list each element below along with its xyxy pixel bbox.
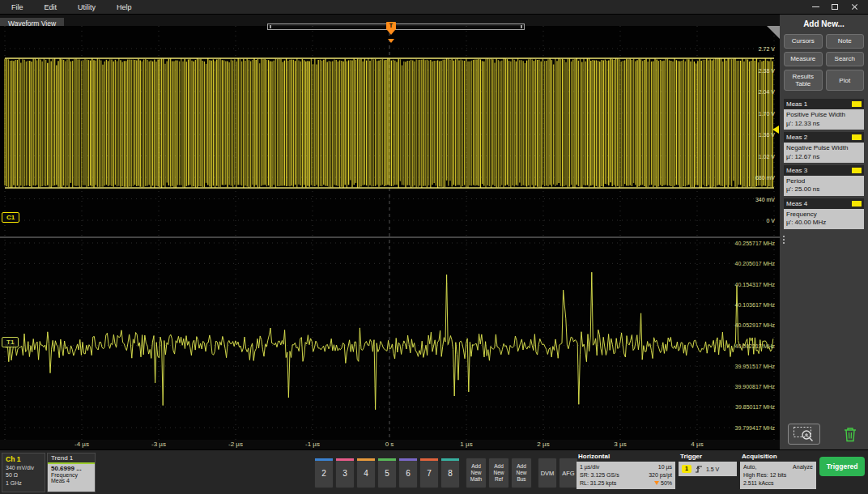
x-axis-label: -3 µs — [151, 441, 166, 448]
menu-file[interactable]: File — [11, 3, 23, 11]
trigger-position-marker[interactable]: T — [386, 22, 396, 35]
source-color-chip — [852, 168, 862, 173]
trigger-status-badge[interactable]: Triggered — [819, 457, 865, 476]
trend-axis-label: 39.850117 MHz — [735, 404, 775, 410]
add-ref-line1: Add — [494, 463, 504, 470]
measurement-label: Period — [786, 177, 862, 185]
draw-a-box-zoom-button[interactable] — [788, 424, 820, 445]
rising-edge-icon — [695, 464, 703, 474]
measurement-value: µ': 12.67 ns — [786, 153, 862, 161]
trend1-handle-badge[interactable]: T1 — [2, 337, 19, 347]
x-axis-label: 2 µs — [537, 441, 549, 448]
horizontal-settings[interactable]: Horizontal 1 µs/div 10 µs SR: 3.125 GS/s… — [577, 452, 675, 489]
channel6-button[interactable]: 6 — [398, 458, 418, 488]
channel1-handle-badge[interactable]: C1 — [2, 212, 19, 223]
horizontal-position: 50% — [654, 479, 672, 488]
x-axis-label: -4 µs — [74, 441, 89, 448]
channel5-button[interactable]: 5 — [377, 458, 397, 488]
trend-axis-label: 39.951517 MHz — [735, 364, 775, 369]
settings-bar: Ch 1 340 mV/div 50 Ω 1 GHz Trend 1 50.69… — [0, 449, 868, 494]
measurement-label: Frequency — [786, 211, 862, 219]
acquisition-analyze: Analyze — [793, 463, 813, 471]
zoom-corner-handle-icon[interactable] — [767, 26, 780, 39]
channel1-termination: 50 Ω — [6, 471, 41, 479]
zoom-box-icon — [793, 426, 815, 442]
measure-button[interactable]: Measure — [784, 52, 823, 66]
graticule[interactable]: 2.72 V 2.38 V 2.04 V 1.70 V 1.36 V 1.02 … — [0, 26, 780, 440]
oscilloscope-app: File Edit Utility Help Waveform View T — [0, 0, 868, 494]
trigger-position-icon — [654, 481, 659, 485]
measurement-value: µ': 40.00 MHz — [786, 219, 862, 227]
results-table-button[interactable]: Results Table — [784, 70, 823, 91]
menu-edit[interactable]: Edit — [45, 3, 57, 11]
measurement-badge[interactable]: Meas 1 Positive Pulse Width µ': 12.33 ns — [784, 99, 864, 130]
drag-grip-icon — [783, 242, 785, 244]
add-bus-line1: Add — [517, 463, 526, 470]
cursors-button[interactable]: Cursors — [784, 34, 823, 49]
add-new-ref-button[interactable]: Add New Ref — [488, 458, 509, 488]
measurement-name: Meas 2 — [786, 134, 807, 141]
channel7-color-strip — [420, 458, 438, 461]
minimize-button[interactable] — [808, 2, 823, 13]
dvm-button[interactable]: DVM — [538, 458, 557, 488]
trend-axis-label: 40.255717 MHz — [735, 241, 775, 246]
scrollbar-left-tick — [270, 25, 271, 28]
add-new-bus-button[interactable]: Add New Bus — [511, 458, 532, 488]
measurement-badge[interactable]: Meas 2 Negative Pulse Width µ': 12.67 ns — [784, 132, 864, 163]
horizontal-title: Horizontal — [578, 453, 675, 460]
add-ref-line3: Ref — [495, 476, 503, 483]
x-axis-label: 1 µs — [460, 441, 472, 448]
trigger-settings[interactable]: Trigger 1 1.5 V — [679, 452, 737, 476]
channel2-button[interactable]: 2 — [314, 458, 334, 488]
add-math-line3: Math — [470, 476, 482, 483]
channel4-label: 4 — [364, 469, 368, 478]
y-axis-label: 2.04 V — [759, 89, 775, 95]
afg-button[interactable]: AFG — [559, 458, 578, 488]
waveform-canvas — [0, 26, 780, 440]
menu-help[interactable]: Help — [117, 3, 132, 11]
trigger-position-label: T — [386, 22, 396, 30]
maximize-button[interactable] — [828, 2, 842, 13]
trend1-type: Frequency — [51, 472, 91, 478]
channel6-label: 6 — [406, 469, 411, 478]
trend-axis-label: 40.052917 MHz — [735, 322, 775, 328]
horizontal-pan-scrollbar[interactable] — [267, 23, 525, 30]
plot-button[interactable]: Plot — [826, 70, 865, 91]
channel1-scale: 340 mV/div — [6, 464, 41, 471]
trigger-title: Trigger — [680, 453, 737, 460]
channel1-bandwidth: 1 GHz — [6, 479, 41, 487]
waveform-view-panel: Waveform View T 2.72 V 2.38 V 2.04 V 1.7… — [0, 15, 780, 449]
channel3-button[interactable]: 3 — [335, 458, 355, 488]
trigger-source-badge: 1 — [682, 465, 691, 473]
search-button[interactable]: Search — [826, 52, 865, 66]
menu-utility[interactable]: Utility — [78, 3, 96, 11]
measurement-badge[interactable]: Meas 3 Period µ': 25.00 ns — [784, 165, 864, 196]
channel7-button[interactable]: 7 — [419, 458, 439, 488]
channel8-button[interactable]: 8 — [440, 458, 460, 488]
trash-icon — [844, 427, 857, 442]
measurement-value: µ': 12.33 ns — [786, 120, 862, 128]
trend1-badge[interactable]: Trend 1 50.6999 ... Frequency Meas 4 — [47, 453, 96, 492]
close-icon — [851, 3, 858, 11]
add-math-line2: New — [470, 470, 481, 476]
add-new-math-button[interactable]: Add New Math — [466, 458, 487, 488]
sidebar-footer — [788, 424, 860, 445]
plot-splitter-grip[interactable] — [780, 231, 787, 249]
channel1-badge[interactable]: Ch 1 340 mV/div 50 Ω 1 GHz — [2, 453, 45, 492]
note-button[interactable]: Note — [826, 34, 865, 49]
channel4-button[interactable]: 4 — [356, 458, 376, 488]
acquisition-settings[interactable]: Acquisition Auto, Analyze High Res: 12 b… — [740, 452, 816, 489]
trend1-source: Meas 4 — [51, 478, 91, 483]
measurement-list: Meas 1 Positive Pulse Width µ': 12.33 ns… — [784, 99, 864, 228]
measurement-badge[interactable]: Meas 4 Frequency µ': 40.00 MHz — [784, 198, 864, 229]
x-axis-label: -1 µs — [305, 441, 320, 448]
y-axis-label: 1.36 V — [759, 132, 775, 138]
y-axis-label: 2.72 V — [759, 46, 775, 52]
acquisition-title: Acquisition — [742, 453, 816, 460]
close-button[interactable] — [847, 2, 862, 13]
delete-button[interactable] — [840, 424, 860, 445]
channel6-color-strip — [399, 458, 417, 461]
minimize-icon — [812, 6, 819, 7]
scrollbar-right-tick — [521, 25, 522, 28]
record-length: RL: 31.25 kpts — [580, 479, 616, 488]
